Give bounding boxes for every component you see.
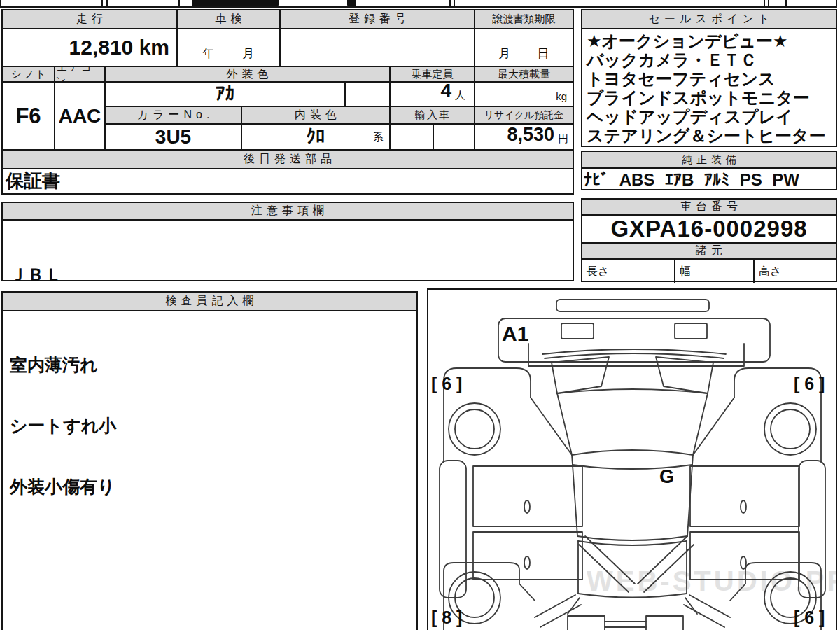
specs-label: 諸元 <box>692 244 727 258</box>
aircon-value: AAC <box>55 83 106 150</box>
cutoff-text-fragment <box>192 0 279 6</box>
sales-point-item: ヘッドアップディスプレイ <box>587 107 832 126</box>
spec-length-cell: 長さ <box>582 260 676 284</box>
inspector-label: 検査員記入欄 <box>162 294 258 309</box>
recycle-unit: 円 <box>558 132 568 146</box>
color-no-value: 3U5 <box>106 125 242 150</box>
divider <box>764 0 765 6</box>
registration-value <box>281 29 475 67</box>
equipment-value: ﾅﾋﾞ ABS ｴｱB ｱﾙﾐ PS PW <box>582 169 836 190</box>
equipment-header: 純正装備 <box>582 152 836 169</box>
divider <box>102 0 103 6</box>
interior-color-label: 内装色 <box>290 108 341 122</box>
capacity-unit: 人 <box>455 89 465 102</box>
grade-front-right: [ 6 ] <box>794 374 825 393</box>
inspector-box: 検査員記入欄 室内薄汚れ シートすれ小 外装小傷有り <box>1 291 418 630</box>
interior-color-center: ｸﾛ <box>242 125 389 149</box>
exterior-color-header: 外装色 <box>106 67 391 83</box>
grade-rear-left: [ 8 ] <box>431 608 462 627</box>
capacity-number: 4 <box>440 83 451 102</box>
chassis-specs-box: 車台番号 GXPA16-0002998 諸元 長さ 幅 高さ <box>581 198 837 282</box>
divider <box>785 0 787 6</box>
grade-rear-right: [ 6 ] <box>794 608 825 627</box>
interior-color-text: ｸﾛ <box>307 126 326 148</box>
inspection-month-char: 月 <box>243 46 255 62</box>
divider <box>449 0 451 6</box>
mileage-header-label: 走行 <box>72 12 107 27</box>
mileage-header: 走行 <box>3 10 178 29</box>
color-no-text: 3U5 <box>155 126 191 148</box>
sales-points-header: セールスポイント <box>582 10 836 29</box>
recycle-label: リサイクル預託金 <box>484 109 564 122</box>
car-diagram: WEB-STUDIO.PRO <box>428 290 836 630</box>
parts-later-label: 後日発送部品 <box>239 152 336 167</box>
front-panel-grade-label: A1 <box>502 322 528 345</box>
registration-header-label: 登録番号 <box>344 12 410 27</box>
import-value-cell-1 <box>391 125 434 150</box>
cutoff-text-fragment <box>347 0 356 6</box>
import-header: 輸入車 <box>391 107 475 125</box>
divider <box>768 0 769 6</box>
aircon-header-label: エアコン <box>55 67 104 83</box>
registration-header: 登録番号 <box>281 10 475 29</box>
sales-point-item: ブラインドスポットモニター <box>587 88 832 107</box>
specs-header: 諸元 <box>582 244 836 260</box>
capacity-header: 乗車定員 <box>391 67 475 83</box>
divider <box>454 0 455 6</box>
transfer-deadline-header: 譲渡書類期限 <box>475 10 573 29</box>
divider <box>178 0 180 6</box>
chassis-header: 車台番号 <box>582 200 836 216</box>
exterior-color-value: ｱｶ <box>106 83 346 107</box>
divider <box>106 0 108 6</box>
exterior-color-label: 外装色 <box>223 67 273 82</box>
capacity-value: 4人 <box>391 83 475 107</box>
shift-header: シフト <box>3 67 55 83</box>
cutoff-top-row <box>0 0 837 8</box>
vehicle-info-table: 走行 車検 登録番号 譲渡書類期限 12,810 km 年 月 月 日 シフト … <box>1 9 574 195</box>
grade-front-left: [ 6 ] <box>431 374 462 393</box>
inspector-note-line: 室内薄汚れ <box>10 355 410 375</box>
parts-later-text: 保証書 <box>6 170 60 191</box>
sales-point-item: ★オークションデビュー★ <box>587 31 832 50</box>
sales-points-box: セールスポイント ★オークションデビュー★ バックカメラ・ＥＴＣ トヨタセーフテ… <box>581 9 837 147</box>
auction-sheet: 走行 車検 登録番号 譲渡書類期限 12,810 km 年 月 月 日 シフト … <box>0 0 840 630</box>
parts-later-header: 後日発送部品 <box>3 150 573 169</box>
chassis-label: 車台番号 <box>676 200 742 214</box>
empty-cell <box>346 83 391 107</box>
inspection-value: 年 月 <box>178 29 281 67</box>
inspection-header-label: 車検 <box>211 12 246 27</box>
sales-point-item: トヨタセーフティセンス <box>587 69 832 88</box>
notes-box: 注意事項欄 ＪＢＬ ディスプレイオーディオ <box>1 202 574 281</box>
recycle-header: リサイクル預託金 <box>475 107 573 125</box>
interior-color-value: ｸﾛ 系 <box>242 125 391 150</box>
equipment-box: 純正装備 ﾅﾋﾞ ABS ｴｱB ｱﾙﾐ PS PW <box>581 150 837 190</box>
max-load-unit: kg <box>556 90 567 102</box>
inspector-note-line: 外装小傷有り <box>10 477 410 497</box>
sales-point-item: バックカメラ・ＥＴＣ <box>587 50 832 69</box>
mileage-text: 12,810 km <box>69 36 169 59</box>
recycle-value: 8,530円 <box>475 125 573 150</box>
spec-width-cell: 幅 <box>676 260 755 284</box>
spec-height-cell: 高さ <box>755 260 840 284</box>
specs-row: 長さ 幅 高さ <box>582 260 836 284</box>
exterior-color-text: ｱｶ <box>216 83 234 105</box>
color-no-label: カラーNo. <box>133 108 214 122</box>
sales-points-list: ★オークションデビュー★ バックカメラ・ＥＴＣ トヨタセーフティセンス ブライン… <box>582 29 836 147</box>
roof-grade-label: G <box>659 466 674 487</box>
interior-color-suffix: 系 <box>373 131 384 144</box>
interior-color-header: 内装色 <box>242 107 391 125</box>
shift-value: F6 <box>3 83 55 150</box>
capacity-header-label: 乗車定員 <box>412 68 454 81</box>
inspection-year-char: 年 <box>203 46 215 62</box>
shift-header-label: シフト <box>9 68 47 81</box>
parts-later-value: 保証書 <box>3 169 573 193</box>
import-value-cell-2 <box>434 125 475 150</box>
note-line: ＪＢＬ <box>10 265 566 285</box>
transfer-day-char: 日 <box>538 46 550 62</box>
aircon-header: エアコン <box>55 67 106 83</box>
transfer-deadline-value: 月 日 <box>475 29 573 67</box>
max-load-value: kg <box>475 83 573 107</box>
inspection-header: 車検 <box>178 10 281 29</box>
chassis-value: GXPA16-0002998 <box>582 216 836 244</box>
shift-text: F6 <box>15 104 41 129</box>
